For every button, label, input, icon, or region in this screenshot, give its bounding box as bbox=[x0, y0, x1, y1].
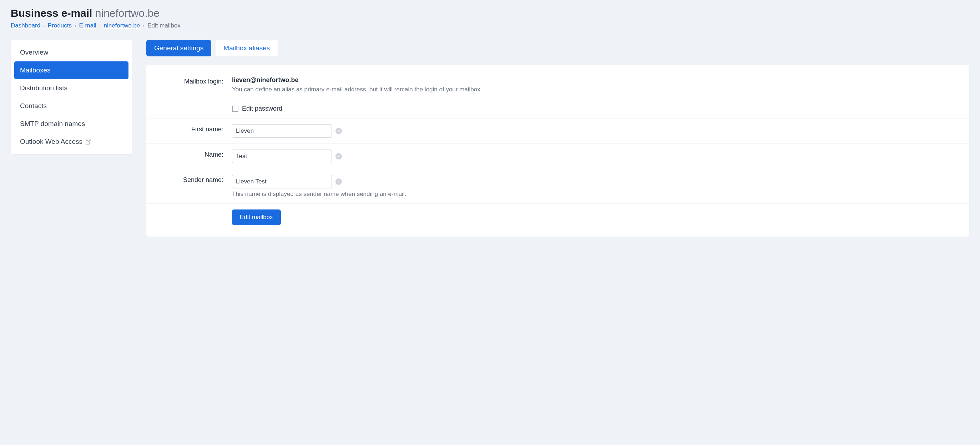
form-row-name: Name: bbox=[146, 144, 969, 169]
mailbox-login-value: lieven@ninefortwo.be bbox=[232, 76, 962, 84]
sidebar-item-mailboxes[interactable]: Mailboxes bbox=[14, 61, 129, 79]
tab-general-settings[interactable]: General settings bbox=[146, 40, 211, 56]
sidebar-item-overview[interactable]: Overview bbox=[14, 43, 129, 61]
layout: Overview Mailboxes Distribution lists Co… bbox=[11, 40, 969, 237]
name-input[interactable] bbox=[232, 149, 332, 163]
edit-password-checkbox-row: Edit password bbox=[232, 105, 962, 113]
main-content: General settings Mailbox aliases Mailbox… bbox=[146, 40, 969, 237]
mailbox-login-label: Mailbox login: bbox=[153, 76, 232, 85]
breadcrumb-current: Edit mailbox bbox=[147, 22, 181, 29]
check-circle-icon bbox=[336, 128, 342, 134]
mailbox-login-hint: You can define an alias as primary e-mai… bbox=[232, 86, 962, 93]
edit-password-label: Edit password bbox=[242, 105, 282, 113]
sidebar-item-label: Overview bbox=[20, 49, 48, 56]
first-name-value-wrap bbox=[232, 124, 962, 138]
sidebar-item-smtp-domain-names[interactable]: SMTP domain names bbox=[14, 115, 129, 133]
check-circle-icon bbox=[336, 178, 342, 185]
chevron-right-icon: › bbox=[75, 23, 76, 29]
edit-password-wrap: Edit password bbox=[232, 105, 962, 113]
form-row-mailbox-login: Mailbox login: lieven@ninefortwo.be You … bbox=[146, 71, 969, 99]
page-title-domain: ninefortwo.be bbox=[95, 7, 159, 19]
first-name-label: First name: bbox=[153, 124, 232, 133]
page-title: Business e-mail ninefortwo.be bbox=[11, 7, 969, 19]
sender-name-input-wrap bbox=[232, 175, 962, 188]
sender-name-input[interactable] bbox=[232, 175, 332, 188]
form-row-edit-password: Edit password bbox=[146, 99, 969, 118]
sender-name-hint: This name is displayed as sender name wh… bbox=[232, 191, 962, 198]
page-header: Business e-mail ninefortwo.be Dashboard … bbox=[11, 7, 969, 29]
breadcrumb-domain[interactable]: ninefortwo.be bbox=[103, 22, 140, 29]
name-input-wrap bbox=[232, 149, 962, 163]
check-circle-icon bbox=[336, 153, 342, 159]
sender-name-label: Sender name: bbox=[153, 175, 232, 184]
external-link-icon bbox=[85, 139, 91, 145]
form-row-sender-name: Sender name: This name is displayed as s… bbox=[146, 169, 969, 204]
name-label: Name: bbox=[153, 149, 232, 159]
sidebar-item-label: Outlook Web Access bbox=[20, 138, 83, 146]
tab-mailbox-aliases[interactable]: Mailbox aliases bbox=[216, 40, 278, 56]
chevron-right-icon: › bbox=[99, 23, 101, 29]
sidebar-item-contacts[interactable]: Contacts bbox=[14, 97, 129, 115]
sidebar-item-label: Distribution lists bbox=[20, 84, 67, 92]
sender-name-value-wrap: This name is displayed as sender name wh… bbox=[232, 175, 962, 198]
submit-spacer bbox=[153, 210, 232, 225]
sidebar-item-distribution-lists[interactable]: Distribution lists bbox=[14, 79, 129, 97]
mailbox-login-value-wrap: lieven@ninefortwo.be You can define an a… bbox=[232, 76, 962, 93]
edit-password-checkbox[interactable] bbox=[232, 106, 239, 112]
page-title-bold: Business e-mail bbox=[11, 7, 92, 19]
sidebar: Overview Mailboxes Distribution lists Co… bbox=[11, 40, 132, 154]
edit-mailbox-button[interactable]: Edit mailbox bbox=[232, 210, 281, 225]
breadcrumb: Dashboard › Products › E-mail › ninefort… bbox=[11, 22, 969, 29]
edit-password-spacer bbox=[153, 105, 232, 106]
sidebar-item-label: Contacts bbox=[20, 102, 47, 110]
breadcrumb-email[interactable]: E-mail bbox=[79, 22, 96, 29]
breadcrumb-dashboard[interactable]: Dashboard bbox=[11, 22, 40, 29]
first-name-input[interactable] bbox=[232, 124, 332, 138]
chevron-right-icon: › bbox=[43, 23, 45, 29]
name-value-wrap bbox=[232, 149, 962, 163]
sidebar-item-outlook-web-access[interactable]: Outlook Web Access bbox=[14, 133, 129, 151]
sidebar-item-label: SMTP domain names bbox=[20, 120, 85, 128]
svg-line-0 bbox=[88, 140, 90, 142]
sidebar-item-label: Mailboxes bbox=[20, 67, 51, 74]
chevron-right-icon: › bbox=[143, 23, 145, 29]
form-row-submit: Edit mailbox bbox=[146, 204, 969, 231]
tabs: General settings Mailbox aliases bbox=[146, 40, 969, 56]
form-panel: Mailbox login: lieven@ninefortwo.be You … bbox=[146, 65, 969, 237]
form-row-first-name: First name: bbox=[146, 118, 969, 144]
breadcrumb-products[interactable]: Products bbox=[48, 22, 72, 29]
first-name-input-wrap bbox=[232, 124, 962, 138]
